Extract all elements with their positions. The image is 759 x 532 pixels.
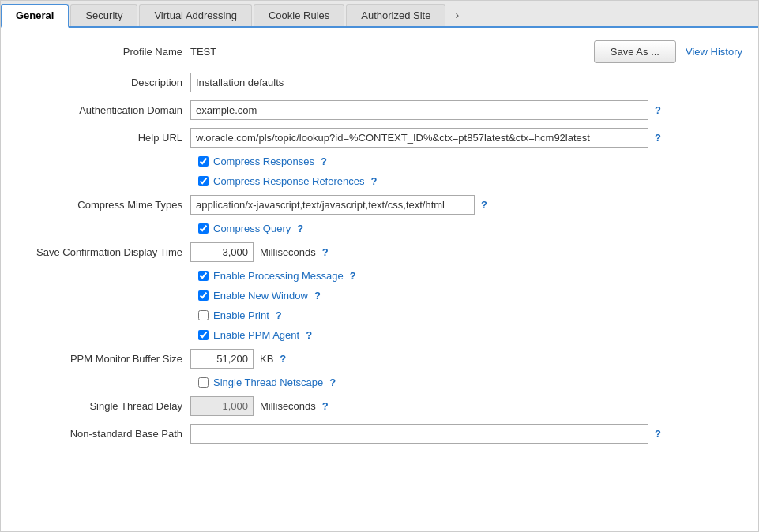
enable-ppm-row: Enable PPM Agent ? [198, 329, 742, 341]
single-thread-delay-row: Single Thread Delay Milliseconds ? [17, 396, 742, 416]
tab-virtual-addressing[interactable]: Virtual Addressing [139, 4, 252, 26]
save-confirm-unit: Milliseconds [260, 246, 316, 258]
compress-response-refs-checkbox[interactable] [198, 176, 209, 186]
enable-processing-row: Enable Processing Message ? [198, 270, 742, 282]
ppm-monitor-unit: KB [260, 353, 273, 365]
content-area: Profile Name TEST Save As ... View Histo… [1, 28, 758, 464]
single-thread-delay-input[interactable] [190, 396, 254, 416]
single-thread-delay-label: Single Thread Delay [17, 400, 190, 412]
auth-domain-input[interactable] [190, 100, 648, 120]
ppm-monitor-help-icon[interactable]: ? [280, 353, 286, 365]
compress-mime-types-help-icon[interactable]: ? [481, 199, 487, 211]
enable-processing-help-icon[interactable]: ? [350, 270, 356, 282]
compress-mime-types-input[interactable] [190, 195, 475, 215]
profile-name-row: Profile Name TEST Save As ... View Histo… [17, 40, 742, 63]
non-standard-base-input[interactable] [190, 424, 648, 444]
save-confirm-label: Save Confirmation Display Time [17, 246, 190, 258]
tab-bar: General Security Virtual Addressing Cook… [1, 1, 758, 28]
view-history-link[interactable]: View History [686, 46, 742, 58]
single-thread-delay-unit: Milliseconds [260, 400, 316, 412]
single-thread-netscape-checkbox[interactable] [198, 377, 209, 388]
help-url-help-icon[interactable]: ? [655, 132, 661, 144]
enable-print-label[interactable]: Enable Print [213, 309, 269, 321]
enable-print-help-icon[interactable]: ? [276, 309, 282, 321]
page-container: General Security Virtual Addressing Cook… [0, 0, 759, 532]
compress-responses-label[interactable]: Compress Responses [213, 155, 314, 167]
enable-new-window-row: Enable New Window ? [198, 290, 742, 302]
compress-mime-types-label: Compress Mime Types [17, 199, 190, 211]
auth-domain-label: Authentication Domain [17, 104, 190, 116]
tab-general[interactable]: General [1, 4, 69, 28]
ppm-monitor-input[interactable] [190, 349, 254, 369]
description-row: Description [17, 73, 742, 92]
enable-ppm-help-icon[interactable]: ? [306, 329, 312, 341]
profile-name-value: TEST [190, 46, 586, 58]
auth-domain-help-icon[interactable]: ? [655, 104, 661, 116]
save-confirm-help-icon[interactable]: ? [322, 246, 329, 258]
profile-name-label: Profile Name [17, 46, 190, 58]
compress-mime-types-row: Compress Mime Types ? [17, 195, 742, 215]
tab-more-button[interactable]: › [447, 4, 467, 26]
enable-processing-checkbox[interactable] [198, 271, 209, 281]
enable-ppm-label[interactable]: Enable PPM Agent [213, 329, 299, 341]
enable-ppm-checkbox[interactable] [198, 330, 209, 340]
auth-domain-row: Authentication Domain ? [17, 100, 742, 120]
help-url-label: Help URL [17, 132, 190, 144]
compress-response-refs-label[interactable]: Compress Response References [213, 175, 364, 187]
non-standard-base-help-icon[interactable]: ? [655, 428, 661, 440]
help-url-row: Help URL ? [17, 128, 742, 148]
compress-responses-row: Compress Responses ? [198, 155, 742, 167]
compress-response-refs-row: Compress Response References ? [198, 175, 742, 187]
ppm-monitor-row: PPM Monitor Buffer Size KB ? [17, 349, 742, 369]
description-input[interactable] [190, 73, 411, 92]
compress-query-help-icon[interactable]: ? [297, 223, 303, 234]
compress-query-checkbox[interactable] [198, 223, 209, 234]
enable-print-checkbox[interactable] [198, 310, 209, 320]
single-thread-delay-help-icon[interactable]: ? [322, 400, 329, 412]
compress-query-label[interactable]: Compress Query [213, 223, 291, 234]
non-standard-base-label: Non-standard Base Path [17, 428, 190, 440]
tab-authorized-site[interactable]: Authorized Site [346, 4, 445, 26]
enable-new-window-help-icon[interactable]: ? [314, 290, 321, 302]
enable-processing-label[interactable]: Enable Processing Message [213, 270, 344, 282]
single-thread-netscape-label[interactable]: Single Thread Netscape [213, 377, 323, 388]
save-confirm-input[interactable] [190, 242, 254, 262]
tab-security[interactable]: Security [70, 4, 137, 26]
help-url-input[interactable] [190, 128, 648, 148]
single-thread-netscape-row: Single Thread Netscape ? [198, 377, 742, 388]
tab-cookie-rules[interactable]: Cookie Rules [254, 4, 344, 26]
enable-print-row: Enable Print ? [198, 309, 742, 321]
ppm-monitor-label: PPM Monitor Buffer Size [17, 353, 190, 365]
save-as-button[interactable]: Save As ... [594, 40, 676, 63]
compress-responses-help-icon[interactable]: ? [321, 155, 327, 167]
save-confirm-row: Save Confirmation Display Time Milliseco… [17, 242, 742, 262]
enable-new-window-label[interactable]: Enable New Window [213, 290, 308, 302]
non-standard-base-row: Non-standard Base Path ? [17, 424, 742, 444]
compress-query-row: Compress Query ? [198, 223, 742, 234]
compress-response-refs-help-icon[interactable]: ? [370, 175, 377, 187]
compress-responses-checkbox[interactable] [198, 156, 209, 167]
single-thread-netscape-help-icon[interactable]: ? [329, 377, 336, 388]
description-label: Description [17, 77, 190, 88]
enable-new-window-checkbox[interactable] [198, 290, 209, 301]
